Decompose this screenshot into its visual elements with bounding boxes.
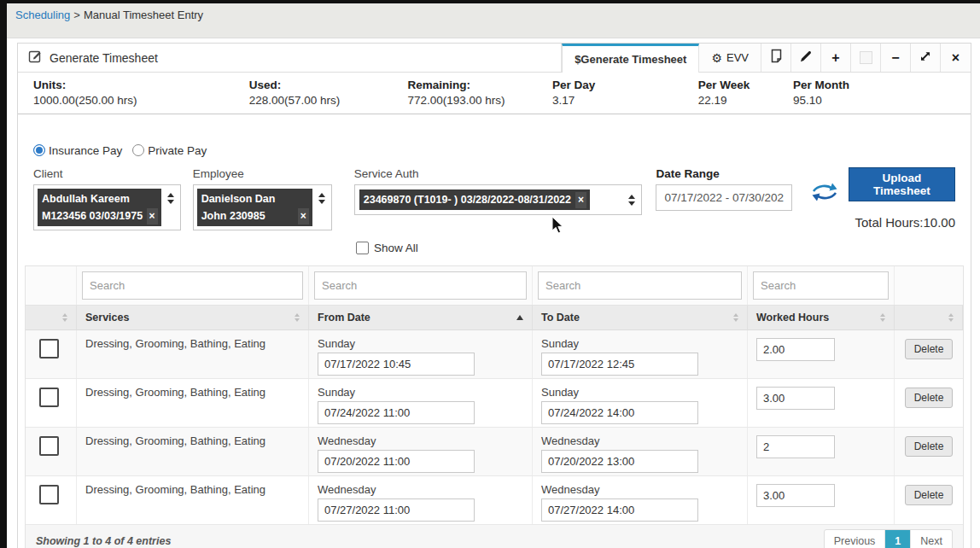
- stat-used-label: Used:: [249, 79, 408, 91]
- header-actions[interactable]: [895, 306, 963, 329]
- tab-evv[interactable]: ⚙ EVV: [699, 44, 761, 72]
- to-date-search-input[interactable]: [538, 271, 742, 300]
- to-day-label: Sunday: [541, 386, 738, 399]
- insurance-pay-radio[interactable]: [33, 144, 45, 156]
- stats-bar: Units: 1000.00(250.00 hrs) Used: 228.00(…: [18, 73, 971, 114]
- header-services[interactable]: Services: [77, 306, 309, 329]
- from-date-input[interactable]: [318, 498, 475, 522]
- table-row: Dressing, Grooming, Bathing, Eating Sund…: [26, 379, 963, 428]
- from-date-input[interactable]: [318, 401, 475, 424]
- add-button[interactable]: +: [821, 44, 851, 72]
- header-from-date-label: From Date: [318, 312, 370, 324]
- table-row: Dressing, Grooming, Bathing, Eating Wedn…: [26, 476, 963, 525]
- breadcrumb: Scheduling>Manual Timesheet Entry: [7, 3, 980, 38]
- row-checkbox[interactable]: [39, 388, 59, 407]
- to-date-input[interactable]: [541, 401, 698, 424]
- header-select-column[interactable]: [26, 306, 77, 329]
- close-button[interactable]: ×: [941, 44, 971, 72]
- page-1-button[interactable]: 1: [885, 530, 911, 548]
- tab-evv-label: EVV: [726, 51, 749, 64]
- from-date-search-input[interactable]: [314, 271, 527, 300]
- client-spinner-icon[interactable]: [167, 193, 174, 204]
- date-range-field: Date Range: [656, 167, 791, 211]
- client-select[interactable]: Abdullah Kareem M123456 03/03/1975 ×: [33, 184, 181, 230]
- panel-title: Generate Timesheet: [50, 51, 158, 65]
- insurance-pay-label: Insurance Pay: [49, 144, 122, 157]
- worked-hours-search-input[interactable]: [753, 271, 889, 300]
- header-worked-hours[interactable]: Worked Hours: [748, 306, 895, 329]
- sort-ascending-icon: [516, 315, 523, 320]
- client-tag-remove-icon[interactable]: ×: [147, 208, 158, 224]
- previous-page-button[interactable]: Previous: [825, 530, 886, 548]
- note-button[interactable]: [761, 44, 791, 72]
- collapse-box-button[interactable]: [851, 44, 881, 72]
- stat-units-value: 1000.00(250.00 hrs): [33, 94, 249, 107]
- expand-button[interactable]: [911, 44, 941, 72]
- stat-units-label: Units:: [33, 79, 249, 91]
- edit-entry-button[interactable]: [791, 44, 821, 72]
- to-date-input[interactable]: [541, 498, 698, 522]
- to-date-input[interactable]: [541, 450, 698, 473]
- next-page-button[interactable]: Next: [911, 530, 952, 548]
- delete-button[interactable]: Delete: [905, 388, 954, 408]
- sort-icon: [295, 313, 300, 322]
- mouse-cursor: [551, 216, 565, 235]
- row-checkbox[interactable]: [39, 339, 59, 359]
- breadcrumb-separator: >: [73, 9, 80, 21]
- worked-hours-input[interactable]: [756, 387, 835, 410]
- pencil-icon: [799, 50, 813, 67]
- breadcrumb-current: Manual Timesheet Entry: [84, 9, 203, 21]
- employee-tag-remove-icon[interactable]: ×: [298, 208, 309, 224]
- from-date-input[interactable]: [318, 450, 475, 473]
- row-checkbox[interactable]: [39, 485, 59, 504]
- upload-area: Upload Timesheet Total Hours:10.00: [849, 167, 955, 230]
- breadcrumb-link-scheduling[interactable]: Scheduling: [15, 9, 70, 21]
- employee-tag-text: Danielson Dan John 230985: [201, 193, 276, 222]
- worked-hours-input[interactable]: [756, 435, 835, 458]
- client-tag-text: Abdullah Kareem M123456 03/03/1975: [42, 193, 143, 222]
- stat-remaining: Remaining: 772.00(193.00 hrs): [407, 79, 552, 107]
- employee-field: Employee Danielson Dan John 230985 ×: [193, 167, 332, 230]
- delete-button[interactable]: Delete: [905, 339, 954, 359]
- sync-icon[interactable]: [811, 183, 838, 205]
- header-from-date[interactable]: From Date: [309, 306, 533, 329]
- delete-button[interactable]: Delete: [905, 436, 954, 457]
- employee-spinner-icon[interactable]: [318, 193, 325, 204]
- date-range-input[interactable]: [656, 184, 791, 211]
- minimize-button[interactable]: −: [881, 44, 911, 72]
- sort-icon: [880, 313, 885, 322]
- upload-timesheet-button[interactable]: Upload Timesheet: [849, 167, 955, 201]
- private-pay-radio[interactable]: [132, 144, 144, 156]
- services-search-input[interactable]: [82, 271, 303, 300]
- box-icon: [860, 51, 872, 64]
- service-auth-spinner-icon[interactable]: [628, 195, 635, 206]
- screen-edge-top: [0, 0, 980, 3]
- tab-generate-timesheet[interactable]: $Generate Timesheet: [562, 44, 699, 73]
- worked-hours-input[interactable]: [756, 338, 835, 361]
- service-auth-tag-remove-icon[interactable]: ×: [575, 192, 586, 208]
- show-all-checkbox[interactable]: [356, 242, 369, 254]
- panel-title-box: Generate Timesheet: [18, 44, 562, 72]
- header-to-date[interactable]: To Date: [533, 306, 748, 329]
- worked-hours-input[interactable]: [756, 484, 835, 507]
- private-pay-label: Private Pay: [148, 144, 207, 157]
- from-date-input[interactable]: [318, 353, 475, 376]
- tab-generate-label: $Generate Timesheet: [575, 53, 686, 66]
- table-search-row: [26, 266, 963, 306]
- table-header-row: Services From Date To Date Worked Hours: [26, 306, 963, 330]
- row-checkbox[interactable]: [39, 436, 59, 456]
- stat-per-month-value: 95.10: [793, 94, 955, 107]
- delete-button[interactable]: Delete: [905, 485, 954, 505]
- client-label: Client: [33, 167, 181, 180]
- note-icon: [770, 49, 783, 67]
- employee-select[interactable]: Danielson Dan John 230985 ×: [193, 184, 332, 230]
- to-date-input[interactable]: [541, 353, 698, 376]
- stat-per-month-label: Per Month: [793, 79, 955, 91]
- stat-used: Used: 228.00(57.00 hrs): [249, 79, 408, 107]
- from-day-label: Wednesday: [318, 483, 523, 496]
- employee-tag: Danielson Dan John 230985 ×: [197, 189, 312, 226]
- stat-per-day-label: Per Day: [552, 79, 698, 91]
- stat-per-day-value: 3.17: [552, 94, 698, 107]
- service-auth-select[interactable]: 23469870 (T1019- ) 03/28/2022-08/31/2022…: [354, 184, 643, 215]
- to-day-label: Wednesday: [541, 483, 738, 496]
